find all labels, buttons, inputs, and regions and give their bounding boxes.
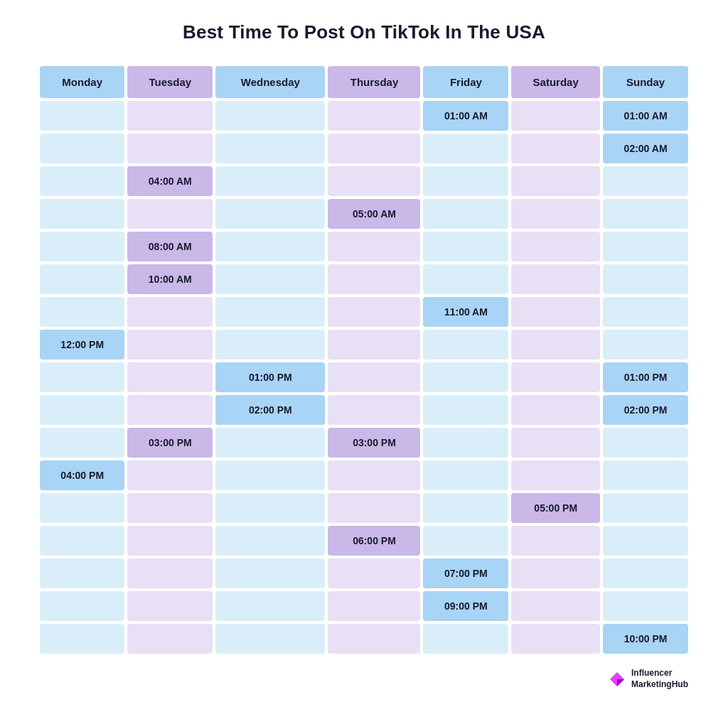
table-cell bbox=[215, 558, 325, 588]
svg-marker-1 bbox=[617, 679, 624, 686]
table-cell bbox=[328, 101, 420, 131]
table-cell bbox=[215, 297, 325, 327]
table-cell bbox=[511, 330, 600, 360]
table-cell bbox=[215, 134, 325, 163]
table-row: 09:00 PM bbox=[40, 591, 688, 621]
table-cell bbox=[40, 166, 124, 196]
table-cell bbox=[215, 493, 325, 523]
grid-wrapper: MondayTuesdayWednesdayThursdayFridaySatu… bbox=[37, 63, 691, 657]
table-row: 05:00 AM bbox=[40, 199, 688, 229]
table-cell bbox=[423, 624, 508, 654]
table-cell bbox=[423, 134, 508, 163]
header-wednesday: Wednesday bbox=[215, 66, 325, 98]
table-cell bbox=[603, 558, 688, 588]
header-row: MondayTuesdayWednesdayThursdayFridaySatu… bbox=[40, 66, 688, 98]
table-cell bbox=[603, 428, 688, 458]
table-cell bbox=[328, 264, 420, 294]
table-cell bbox=[127, 493, 213, 523]
table-cell bbox=[215, 166, 325, 196]
table-cell bbox=[40, 199, 124, 229]
table-cell bbox=[603, 493, 688, 523]
table-cell bbox=[423, 428, 508, 458]
table-cell bbox=[40, 526, 124, 556]
table-cell bbox=[215, 624, 325, 654]
table-cell: 02:00 PM bbox=[215, 395, 325, 425]
table-cell bbox=[423, 395, 508, 425]
table-row: 04:00 PM bbox=[40, 460, 688, 490]
table-cell: 04:00 PM bbox=[40, 460, 124, 490]
table-cell: 10:00 AM bbox=[127, 264, 213, 294]
table-cell bbox=[215, 591, 325, 621]
table-cell: 02:00 PM bbox=[603, 395, 688, 425]
table-row: 05:00 PM bbox=[40, 493, 688, 523]
table-cell: 03:00 PM bbox=[328, 428, 420, 458]
table-cell bbox=[328, 558, 420, 588]
table-cell: 01:00 AM bbox=[423, 101, 508, 131]
table-row: 10:00 AM bbox=[40, 264, 688, 294]
table-cell: 05:00 AM bbox=[328, 199, 420, 229]
table-cell bbox=[423, 232, 508, 261]
table-cell: 11:00 AM bbox=[423, 297, 508, 327]
table-cell bbox=[40, 134, 124, 163]
table-cell bbox=[127, 101, 213, 131]
brand-name: Influencer MarketingHub bbox=[631, 668, 688, 690]
table-cell bbox=[40, 362, 124, 392]
table-row: 10:00 PM bbox=[40, 624, 688, 654]
table-cell bbox=[215, 232, 325, 261]
table-cell bbox=[127, 526, 213, 556]
table-row: 01:00 AM01:00 AM bbox=[40, 101, 688, 131]
table-cell bbox=[215, 428, 325, 458]
table-cell bbox=[215, 330, 325, 360]
table-cell bbox=[328, 362, 420, 392]
schedule-table: MondayTuesdayWednesdayThursdayFridaySatu… bbox=[37, 63, 691, 657]
table-row: 04:00 AM bbox=[40, 166, 688, 196]
table-cell bbox=[215, 101, 325, 131]
table-row: 12:00 PM bbox=[40, 330, 688, 360]
table-row: 11:00 AM bbox=[40, 297, 688, 327]
table-cell bbox=[511, 526, 600, 556]
table-cell bbox=[127, 362, 213, 392]
header-sunday: Sunday bbox=[603, 66, 688, 98]
header-tuesday: Tuesday bbox=[127, 66, 213, 98]
table-cell: 12:00 PM bbox=[40, 330, 124, 360]
table-cell bbox=[603, 166, 688, 196]
table-cell bbox=[603, 460, 688, 490]
table-cell: 04:00 AM bbox=[127, 166, 213, 196]
table-cell bbox=[511, 362, 600, 392]
page-title: Best Time To Post On TikTok In The USA bbox=[37, 21, 691, 43]
table-cell bbox=[511, 460, 600, 490]
header-friday: Friday bbox=[423, 66, 508, 98]
table-cell: 01:00 AM bbox=[603, 101, 688, 131]
table-cell bbox=[603, 232, 688, 261]
table-cell bbox=[603, 526, 688, 556]
table-row: 06:00 PM bbox=[40, 526, 688, 556]
table-cell bbox=[603, 330, 688, 360]
table-cell bbox=[511, 232, 600, 261]
table-cell bbox=[127, 199, 213, 229]
header-saturday: Saturday bbox=[511, 66, 600, 98]
table-row: 03:00 PM03:00 PM bbox=[40, 428, 688, 458]
header-thursday: Thursday bbox=[328, 66, 420, 98]
table-cell bbox=[40, 558, 124, 588]
table-cell bbox=[511, 591, 600, 621]
table-cell bbox=[127, 624, 213, 654]
table-cell bbox=[215, 460, 325, 490]
table-cell bbox=[215, 526, 325, 556]
table-cell bbox=[423, 493, 508, 523]
table-cell bbox=[423, 526, 508, 556]
table-cell bbox=[328, 460, 420, 490]
table-cell bbox=[423, 362, 508, 392]
table-cell: 03:00 PM bbox=[127, 428, 213, 458]
table-cell bbox=[328, 591, 420, 621]
table-cell bbox=[127, 460, 213, 490]
table-cell bbox=[603, 297, 688, 327]
table-cell: 08:00 AM bbox=[127, 232, 213, 261]
table-cell: 09:00 PM bbox=[423, 591, 508, 621]
table-cell bbox=[127, 297, 213, 327]
table-cell bbox=[40, 493, 124, 523]
table-cell bbox=[511, 134, 600, 163]
table-cell bbox=[40, 624, 124, 654]
table-cell bbox=[511, 624, 600, 654]
table-cell bbox=[511, 166, 600, 196]
table-cell bbox=[423, 460, 508, 490]
